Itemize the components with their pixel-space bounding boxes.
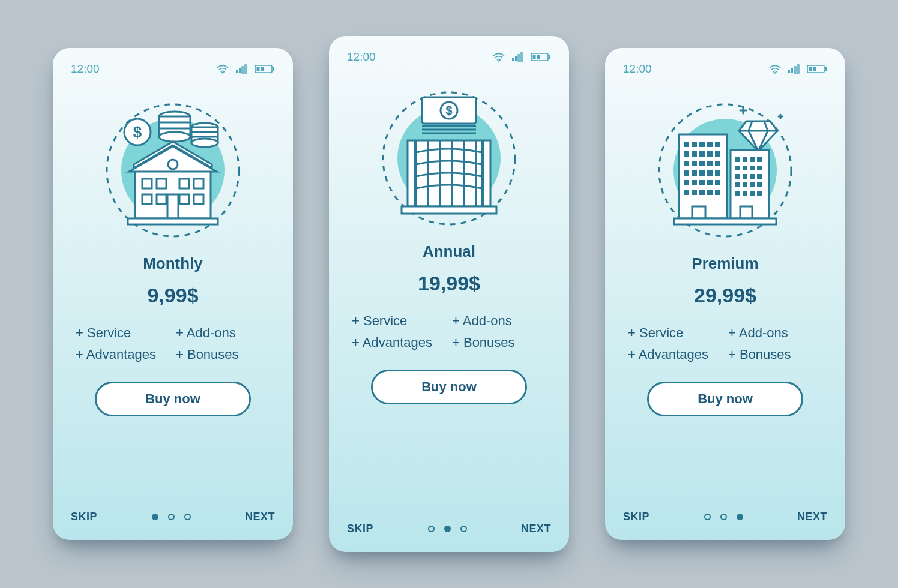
svg-rect-91 [692,161,697,166]
svg-rect-107 [699,190,705,195]
svg-rect-86 [692,151,697,157]
svg-rect-127 [743,191,747,196]
feature-item: + Service [628,325,722,341]
svg-rect-110 [735,157,740,162]
svg-rect-121 [757,174,762,179]
pagination-row: SKIP NEXT [347,523,551,535]
svg-rect-62 [788,70,790,73]
svg-rect-39 [518,55,520,61]
page-dot[interactable] [704,514,711,520]
svg-rect-108 [707,190,713,195]
signal-icon [788,64,801,74]
feature-item: + Add-ons [176,325,270,341]
svg-rect-34 [194,194,203,204]
page-dot[interactable] [460,526,467,532]
page-dot[interactable] [152,514,158,520]
buy-now-button[interactable]: Buy now [95,382,251,416]
status-icons [492,52,551,62]
status-bar: 12:00 [347,50,551,64]
onboarding-stage: 12:00 [53,36,845,552]
wifi-icon [492,52,505,62]
svg-rect-1 [239,68,241,73]
svg-rect-101 [692,180,697,185]
svg-rect-82 [699,142,705,147]
svg-rect-98 [707,170,713,176]
phone-screen-annual: 12:00 $ [329,36,569,552]
svg-rect-129 [757,191,762,196]
house-coins-icon: $ [98,92,248,242]
svg-rect-89 [715,151,720,157]
svg-rect-43 [537,55,540,59]
svg-rect-84 [715,142,720,147]
plan-price: 19,99$ [347,272,551,295]
svg-rect-117 [757,166,762,170]
page-dot[interactable] [444,526,451,532]
plan-features: + Service + Add-ons + Advantages + Bonus… [347,313,551,350]
svg-rect-6 [261,67,264,71]
svg-rect-113 [757,157,762,162]
svg-rect-64 [794,67,796,73]
svg-rect-42 [533,55,536,59]
svg-rect-87 [699,151,705,157]
svg-rect-130 [692,206,705,218]
svg-point-20 [191,139,218,147]
page-dots [428,526,467,532]
plan-price: 29,99$ [623,284,827,307]
svg-rect-33 [179,194,189,204]
feature-item: + Service [352,313,446,329]
svg-rect-67 [809,67,812,71]
svg-rect-122 [735,182,740,187]
wifi-icon [768,64,782,74]
svg-rect-37 [512,58,514,61]
svg-rect-29 [179,179,189,188]
svg-rect-69 [825,67,827,71]
plan-title: Annual [347,242,551,261]
skip-button[interactable]: SKIP [347,523,373,535]
page-dot[interactable] [720,514,727,520]
status-time: 12:00 [623,62,652,76]
bank-cash-icon: $ [374,80,524,230]
svg-rect-114 [735,166,740,170]
svg-rect-63 [791,68,793,73]
skip-button[interactable]: SKIP [623,511,649,523]
status-bar: 12:00 [623,62,827,76]
svg-rect-54 [483,140,490,206]
feature-item: + Add-ons [728,325,822,341]
svg-rect-94 [715,161,720,166]
plan-features: + Service + Add-ons + Advantages + Bonus… [623,325,827,362]
svg-point-26 [168,160,178,169]
svg-rect-31 [142,194,152,204]
next-button[interactable]: NEXT [521,523,551,535]
status-time: 12:00 [347,50,376,64]
svg-rect-35 [167,194,178,218]
svg-rect-68 [813,67,816,71]
svg-rect-97 [699,170,705,176]
svg-rect-120 [750,174,755,179]
svg-rect-5 [257,67,260,71]
svg-rect-88 [707,151,713,157]
towers-diamond-icon [650,92,800,242]
svg-text:$: $ [445,104,452,117]
page-dot[interactable] [428,526,435,532]
feature-item: + Advantages [628,347,722,362]
svg-rect-123 [743,182,747,187]
next-button[interactable]: NEXT [245,511,275,523]
wifi-icon [216,64,229,74]
svg-rect-105 [684,190,689,195]
pagination-row: SKIP NEXT [71,511,275,523]
buy-now-button[interactable]: Buy now [371,370,527,404]
svg-rect-125 [757,182,762,187]
svg-rect-104 [715,180,720,185]
buy-now-button[interactable]: Buy now [647,382,803,416]
next-button[interactable]: NEXT [797,511,827,523]
svg-rect-28 [157,179,166,188]
svg-rect-111 [743,157,747,162]
svg-rect-119 [743,174,747,179]
svg-rect-128 [750,191,755,196]
page-dot[interactable] [184,514,191,520]
page-dot[interactable] [168,514,175,520]
svg-rect-65 [797,65,799,73]
page-dot[interactable] [737,514,743,520]
skip-button[interactable]: SKIP [71,511,97,523]
plan-illustration: $ [347,80,551,230]
